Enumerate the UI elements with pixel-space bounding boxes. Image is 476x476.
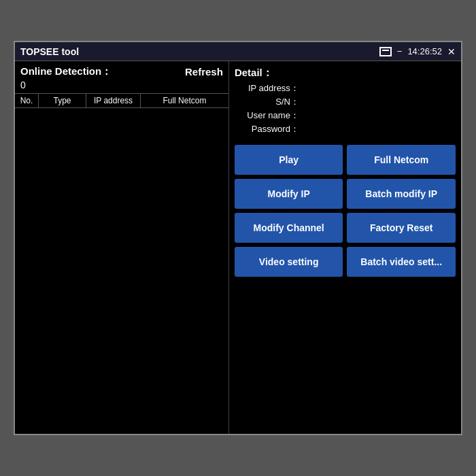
col-no: No. — [15, 94, 39, 107]
titlebar: TOPSEE tool − 14:26:52 ✕ — [15, 42, 461, 61]
clock-display: 14:26:52 — [407, 46, 442, 56]
ip-address-row: IP address： — [235, 82, 456, 95]
online-detection-label: Online Detection： — [20, 65, 112, 78]
ip-address-label: IP address： — [235, 82, 299, 95]
username-row: User name： — [235, 109, 456, 122]
titlebar-controls: − 14:26:52 ✕ — [379, 46, 456, 57]
detail-fields: IP address： S/N： User name： Password： — [235, 82, 456, 137]
batch-video-setting-button[interactable]: Batch video sett... — [347, 247, 456, 277]
refresh-button[interactable]: Refresh — [185, 66, 223, 78]
full-netcom-button[interactable]: Full Netcom — [347, 145, 456, 175]
app-title: TOPSEE tool — [20, 46, 79, 57]
batch-modify-ip-button[interactable]: Batch modify IP — [347, 179, 456, 209]
username-label: User name： — [235, 109, 299, 122]
sn-row: S/N： — [235, 96, 456, 108]
action-buttons: Play Full Netcom Modify IP Batch modify … — [235, 145, 456, 277]
minimize-button[interactable]: − — [397, 46, 403, 56]
left-panel: Online Detection： Refresh 0 No. Type IP … — [15, 61, 229, 434]
left-panel-header: Online Detection： Refresh — [15, 61, 228, 80]
sn-label: S/N： — [235, 96, 299, 108]
password-label: Password： — [235, 123, 299, 135]
video-setting-button[interactable]: Video setting — [235, 247, 343, 277]
device-list — [15, 108, 228, 434]
modify-ip-button[interactable]: Modify IP — [235, 179, 343, 209]
table-header: No. Type IP address Full Netcom — [15, 93, 228, 108]
play-button[interactable]: Play — [235, 145, 343, 175]
right-panel: Detail： IP address： S/N： User name： Pass… — [229, 61, 461, 434]
col-type: Type — [39, 94, 86, 107]
close-button[interactable]: ✕ — [447, 46, 456, 57]
password-row: Password： — [235, 123, 456, 135]
device-count: 0 — [15, 80, 228, 93]
factory-reset-button[interactable]: Factory Reset — [347, 213, 456, 243]
main-window: TOPSEE tool − 14:26:52 ✕ Online Detectio… — [14, 41, 462, 435]
detail-title: Detail： — [235, 67, 456, 80]
main-content: Online Detection： Refresh 0 No. Type IP … — [15, 61, 461, 434]
network-icon — [379, 47, 392, 56]
col-ip: IP address — [86, 94, 141, 107]
col-netcom: Full Netcom — [141, 94, 228, 107]
modify-channel-button[interactable]: Modify Channel — [235, 213, 343, 243]
